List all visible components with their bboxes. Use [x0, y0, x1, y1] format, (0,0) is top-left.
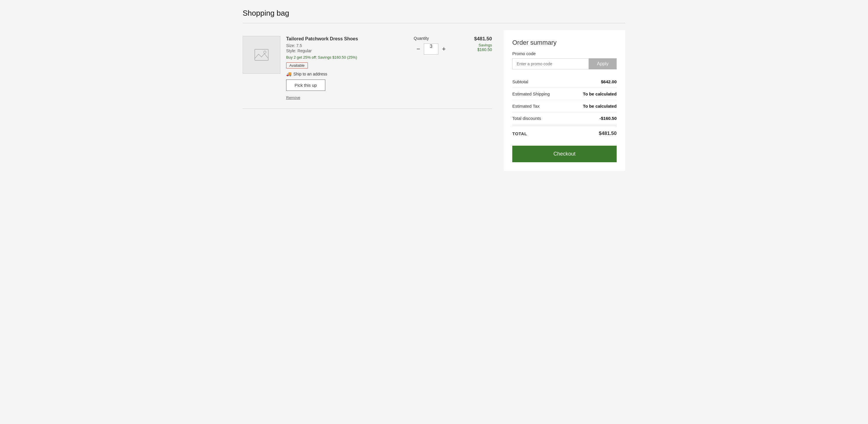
- ship-row: 🚚 Ship to an address: [286, 72, 405, 77]
- item-details: Tailored Patchwork Dress Shoes Size: 7.5…: [286, 36, 405, 100]
- price-section: $481.50 Savings $160.50: [457, 36, 492, 100]
- item-promo: Buy 2 get 25% off: Savings $160.50 (25%): [286, 55, 405, 60]
- availability-badge: Available: [286, 62, 308, 68]
- apply-button[interactable]: Apply: [589, 58, 617, 69]
- tax-row: Estimated Tax To be calculated: [512, 100, 617, 112]
- quantity-decrease-button[interactable]: −: [413, 44, 424, 55]
- item-size: Size: 7.5: [286, 43, 405, 48]
- subtotal-label: Subtotal: [512, 79, 528, 84]
- item-name: Tailored Patchwork Dress Shoes: [286, 36, 405, 42]
- shipping-label: Estimated Shipping: [512, 91, 550, 96]
- order-summary: Order summary Promo code Apply Subtotal …: [503, 30, 625, 171]
- image-placeholder-icon: [254, 48, 269, 62]
- subtotal-row: Subtotal $642.00: [512, 76, 617, 88]
- savings-amount: $160.50: [457, 47, 492, 52]
- cart-section: Tailored Patchwork Dress Shoes Size: 7.5…: [243, 30, 492, 109]
- promo-code-input[interactable]: [512, 58, 589, 69]
- quantity-increase-button[interactable]: +: [438, 44, 450, 55]
- product-image-placeholder: [243, 36, 280, 74]
- item-style: Style: Regular: [286, 49, 405, 53]
- cart-item: Tailored Patchwork Dress Shoes Size: 7.5…: [243, 30, 492, 106]
- remove-button[interactable]: Remove: [286, 95, 300, 100]
- pickup-button[interactable]: Pick this up: [286, 80, 325, 91]
- total-row: TOTAL $481.50: [512, 126, 617, 141]
- tax-label: Estimated Tax: [512, 104, 539, 109]
- main-content: Tailored Patchwork Dress Shoes Size: 7.5…: [243, 30, 625, 171]
- quantity-controls: − 3 +: [413, 44, 450, 55]
- quantity-label: Quantity: [414, 36, 429, 40]
- cart-bottom-divider: [243, 109, 492, 109]
- savings-label: Savings: [457, 43, 492, 47]
- shipping-value: To be calculated: [583, 91, 617, 96]
- checkout-button[interactable]: Checkout: [512, 146, 617, 162]
- summary-title: Order summary: [512, 39, 617, 47]
- promo-code-label: Promo code: [512, 51, 617, 56]
- shipping-row: Estimated Shipping To be calculated: [512, 88, 617, 100]
- promo-row: Apply: [512, 58, 617, 69]
- item-price: $481.50: [457, 36, 492, 42]
- svg-rect-0: [255, 49, 269, 60]
- subtotal-value: $642.00: [601, 79, 617, 84]
- page-container: Shopping bag Tailored Patchwork Dress Sh…: [231, 0, 637, 180]
- ship-icon: 🚚: [286, 72, 292, 77]
- quantity-section: Quantity − 3 +: [411, 36, 452, 100]
- discounts-row: Total discounts -$160.50: [512, 112, 617, 124]
- total-value: $481.50: [599, 131, 617, 136]
- discounts-label: Total discounts: [512, 116, 541, 121]
- tax-value: To be calculated: [583, 104, 617, 109]
- page-title: Shopping bag: [243, 9, 625, 18]
- total-label: TOTAL: [512, 131, 527, 136]
- ship-label: Ship to an address: [293, 72, 327, 76]
- quantity-display: 3: [424, 44, 438, 55]
- discounts-value: -$160.50: [599, 116, 617, 121]
- top-divider: [243, 23, 625, 23]
